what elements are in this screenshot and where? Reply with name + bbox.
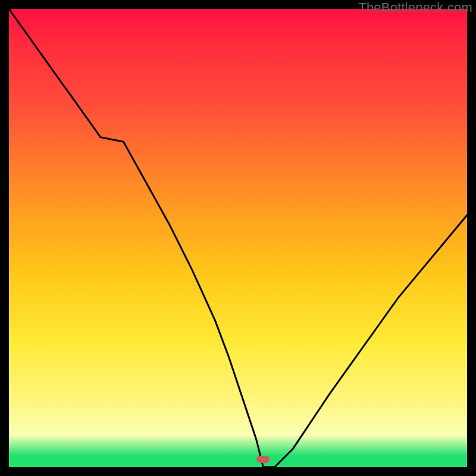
watermark-text: TheBottleneck.com	[358, 0, 472, 15]
optimal-point-marker	[256, 456, 270, 463]
chart-frame: TheBottleneck.com	[0, 0, 476, 476]
plot-area	[9, 9, 467, 467]
bottleneck-curve	[9, 9, 467, 467]
